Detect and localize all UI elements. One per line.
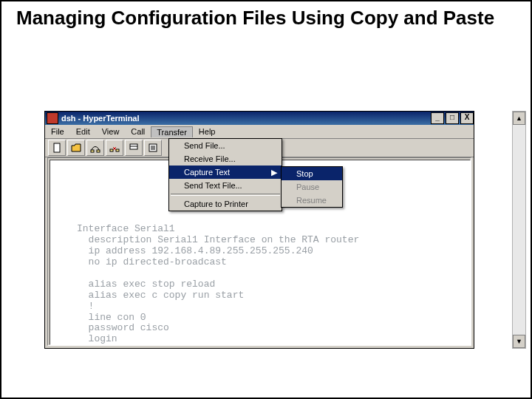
svg-rect-3 xyxy=(110,149,113,151)
submenu-stop[interactable]: Stop xyxy=(282,167,342,180)
window-titlebar[interactable]: dsh - HyperTerminal _ □ X xyxy=(45,112,474,125)
window-title: dsh - HyperTerminal xyxy=(61,114,429,123)
disconnect-icon[interactable] xyxy=(106,140,123,156)
new-file-icon[interactable] xyxy=(48,140,66,156)
submenu-resume[interactable]: Resume xyxy=(282,194,342,207)
menu-separator xyxy=(171,194,280,196)
menu-edit[interactable]: Edit xyxy=(70,126,96,137)
app-icon xyxy=(47,112,58,124)
capture-text-submenu: Stop Pause Resume xyxy=(281,166,343,208)
maximize-button[interactable]: □ xyxy=(446,112,459,124)
submenu-pause[interactable]: Pause xyxy=(282,180,342,194)
menu-receive-file[interactable]: Receive File... xyxy=(169,152,282,166)
menu-transfer[interactable]: Transfer xyxy=(151,126,193,137)
menu-file[interactable]: File xyxy=(45,126,70,137)
svg-rect-1 xyxy=(91,150,94,152)
slide-title: Managing Configuration Files Using Copy … xyxy=(16,7,494,30)
svg-rect-4 xyxy=(116,149,119,151)
scroll-up-icon[interactable]: ▲ xyxy=(513,112,525,125)
open-file-icon[interactable] xyxy=(67,140,85,156)
minimize-button[interactable]: _ xyxy=(431,112,444,124)
svg-rect-2 xyxy=(97,150,100,152)
menu-bar: File Edit View Call Transfer Help xyxy=(45,125,474,139)
menu-capture-to-printer[interactable]: Capture to Printer xyxy=(169,197,282,211)
menu-view[interactable]: View xyxy=(96,126,126,137)
properties-icon[interactable] xyxy=(144,140,162,156)
svg-rect-0 xyxy=(54,143,60,152)
submenu-arrow-icon: ▶ xyxy=(271,168,277,177)
connect-icon[interactable] xyxy=(86,140,104,156)
menu-help[interactable]: Help xyxy=(193,126,222,137)
menu-call[interactable]: Call xyxy=(125,126,151,137)
transfer-dropdown: Send File... Receive File... Capture Tex… xyxy=(168,138,282,211)
send-icon[interactable] xyxy=(125,140,143,156)
hyperterminal-window: dsh - HyperTerminal _ □ X File Edit View… xyxy=(44,111,474,349)
menu-send-text-file[interactable]: Send Text File... xyxy=(169,179,282,192)
menu-send-file[interactable]: Send File... xyxy=(169,139,282,152)
page-scrollbar[interactable]: ▲ ▼ xyxy=(512,111,526,349)
scroll-down-icon[interactable]: ▼ xyxy=(513,335,525,348)
close-button[interactable]: X xyxy=(460,112,474,124)
menu-capture-text-label: Capture Text xyxy=(184,168,230,177)
menu-capture-text[interactable]: Capture Text ▶ xyxy=(169,166,282,179)
